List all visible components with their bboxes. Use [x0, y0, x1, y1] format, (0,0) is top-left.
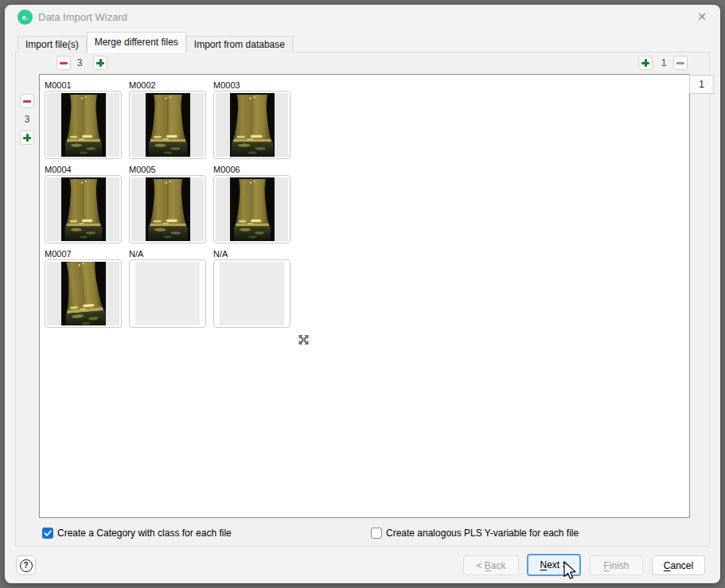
grid-item-thumbnail-empty [213, 259, 290, 328]
grid-item-label: M0004 [45, 165, 122, 175]
window-title: Data Import Wizard [38, 11, 127, 23]
grid-item-m0003[interactable]: M0003 [213, 80, 290, 159]
page-count: 1 [656, 56, 672, 70]
category-checkbox[interactable] [42, 528, 53, 539]
grid-item-label: N/A [129, 249, 206, 259]
sample-image [230, 177, 275, 241]
grid-item-thumbnail-empty [129, 259, 206, 328]
app-logo-icon: e. [18, 10, 33, 25]
grid-item-m0002[interactable]: M0002 [129, 80, 206, 159]
back-button: < Back [463, 555, 519, 575]
grid-item-na-1[interactable]: N/A [129, 249, 206, 328]
minus-icon [676, 62, 684, 64]
pls-yvariable-checkbox[interactable] [371, 528, 382, 539]
grid-item-label: M0006 [213, 165, 290, 175]
grid-item-label: M0007 [45, 249, 122, 259]
data-import-wizard-window: e. Data Import Wizard ✕ Import file(s) M… [5, 5, 720, 583]
sample-image [146, 177, 190, 241]
finish-button: Finish [590, 555, 643, 575]
cancel-button[interactable]: Cancel [652, 555, 705, 575]
grid-item-m0005[interactable]: M0005 [129, 165, 206, 243]
grid-item-label: M0005 [129, 165, 206, 175]
tab-import-from-database[interactable]: Import from database [186, 36, 293, 53]
remove-page-button[interactable] [673, 56, 688, 70]
grid-item-thumbnail [45, 175, 122, 243]
grid-item-label: M0003 [213, 80, 290, 91]
thumbnail-grid: M0001 M0002 M0003 M0004 [45, 80, 290, 328]
footer-bar: ? < Back Next > Finish Cancel [5, 547, 720, 583]
grid-item-m0007[interactable]: M0007 [45, 249, 122, 328]
sample-image [61, 93, 106, 157]
empty-image-placeholder [135, 262, 200, 325]
add-row-button[interactable] [20, 130, 34, 145]
tab-merge-different-files[interactable]: Merge different files [87, 32, 186, 53]
grid-item-m0001[interactable]: M0001 [45, 80, 122, 159]
question-mark-icon: ? [20, 559, 33, 572]
add-column-button[interactable] [93, 56, 107, 70]
grid-item-label: M0002 [129, 80, 206, 91]
grid-item-na-2[interactable]: N/A [213, 249, 290, 328]
row-count: 3 [19, 112, 35, 127]
column-count: 3 [72, 56, 88, 70]
remove-column-button[interactable] [57, 56, 71, 70]
grid-item-m0004[interactable]: M0004 [45, 165, 122, 243]
minus-icon [60, 62, 68, 64]
page-tab-1[interactable]: 1 [689, 75, 714, 94]
merge-files-page: 3 1 3 1 M0001 M0002 [15, 52, 710, 547]
expand-arrows-icon [297, 333, 310, 346]
grid-item-thumbnail [213, 175, 290, 243]
mouse-cursor [563, 561, 580, 582]
sample-image [146, 93, 190, 157]
sample-image [61, 177, 106, 241]
close-icon[interactable]: ✕ [695, 10, 709, 24]
grid-item-thumbnail [45, 91, 122, 159]
check-icon [42, 528, 53, 539]
sample-image [230, 93, 275, 157]
grid-item-m0006[interactable]: M0006 [213, 165, 290, 243]
remove-row-button[interactable] [20, 94, 34, 108]
help-button[interactable]: ? [16, 555, 36, 575]
grid-item-thumbnail [129, 91, 206, 159]
grid-item-label: M0001 [45, 80, 122, 91]
wizard-tab-strip: Import file(s) Merge different files Imp… [18, 32, 293, 53]
grid-item-thumbnail [129, 175, 206, 243]
grid-item-label: N/A [213, 249, 290, 259]
minus-icon [23, 100, 31, 103]
empty-image-placeholder [220, 262, 284, 325]
tab-import-files[interactable]: Import file(s) [18, 36, 87, 53]
grid-item-thumbnail [45, 259, 122, 328]
category-checkbox-label: Create a Category with class for each fi… [57, 528, 232, 539]
sample-image [61, 262, 106, 325]
add-page-button[interactable] [638, 56, 653, 70]
pls-yvariable-checkbox-label: Create analogous PLS Y-variable for each… [386, 528, 579, 539]
grid-item-thumbnail [213, 91, 290, 159]
